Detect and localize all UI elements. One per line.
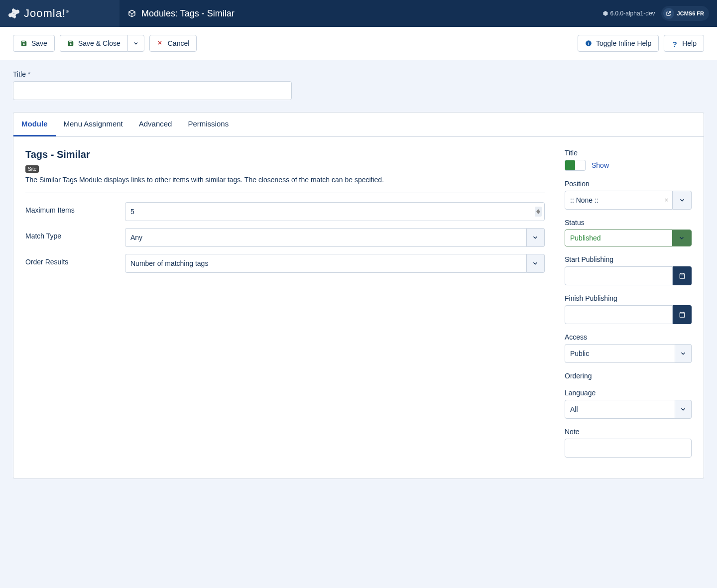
- cancel-button[interactable]: Cancel: [149, 35, 197, 52]
- field-language: Language All: [565, 389, 692, 419]
- chevron-down-icon: [527, 254, 545, 273]
- finish-pub-input[interactable]: [565, 305, 673, 324]
- label-language: Language: [565, 389, 692, 397]
- title-input[interactable]: [13, 81, 292, 100]
- label-position: Position: [565, 180, 692, 188]
- max-items-input[interactable]: [125, 202, 545, 221]
- label-order-results: Order Results: [25, 254, 125, 266]
- chevron-down-icon: [527, 228, 545, 247]
- cancel-icon: [157, 40, 164, 47]
- field-position: Position :: None :: ×: [565, 180, 692, 210]
- side-column: Title Show Position :: None :: ×: [565, 149, 692, 467]
- label-title: Title: [565, 149, 692, 157]
- title-toggle[interactable]: [565, 160, 586, 171]
- topbar: Joomla!® Modules: Tags - Similar 6.0.0-a…: [0, 0, 717, 27]
- tabs-container: Module Menu Assignment Advanced Permissi…: [13, 112, 704, 479]
- field-title-toggle: Title Show: [565, 149, 692, 171]
- module-heading: Tags - Similar: [25, 149, 545, 160]
- tab-menu-assignment[interactable]: Menu Assignment: [56, 113, 131, 136]
- save-close-button[interactable]: Save & Close: [60, 35, 127, 52]
- action-toolbar: Save Save & Close Cancel Toggle Inline H…: [0, 27, 717, 60]
- note-input[interactable]: [565, 439, 692, 458]
- tab-module[interactable]: Module: [13, 113, 56, 136]
- row-match-type: Match Type Any: [25, 228, 545, 247]
- page-title: Modules: Tags - Similar: [141, 8, 235, 19]
- field-note: Note: [565, 428, 692, 458]
- joomla-logo-icon: [8, 7, 20, 19]
- field-access: Access Public: [565, 333, 692, 363]
- info-icon: [585, 40, 592, 47]
- user-menu[interactable]: JCMS6 FR: [661, 6, 709, 21]
- row-max-items: Maximum Items: [25, 202, 545, 221]
- field-finish-publishing: Finish Publishing: [565, 294, 692, 324]
- label-start-pub: Start Publishing: [565, 255, 692, 263]
- tab-permissions[interactable]: Permissions: [180, 113, 237, 136]
- chevron-down-icon: [675, 400, 692, 419]
- cube-icon: [127, 9, 136, 18]
- toggle-inline-help-button[interactable]: Toggle Inline Help: [578, 35, 659, 52]
- save-button[interactable]: Save: [13, 35, 55, 52]
- logo-area[interactable]: Joomla!®: [0, 0, 120, 27]
- save-close-dropdown[interactable]: [127, 35, 144, 52]
- topbar-right: 6.0.0-alpha1-dev JCMS6 FR: [595, 6, 717, 21]
- field-ordering: Ordering: [565, 372, 692, 380]
- tab-advanced[interactable]: Advanced: [131, 113, 180, 136]
- module-description: The Similar Tags Module displays links t…: [25, 176, 545, 184]
- start-pub-input[interactable]: [565, 266, 673, 285]
- help-button[interactable]: ? Help: [664, 35, 704, 52]
- save-icon: [20, 40, 27, 47]
- calendar-icon: [679, 311, 686, 318]
- chevron-down-icon: [672, 230, 691, 246]
- order-results-select[interactable]: Number of matching tags: [125, 254, 545, 273]
- version-badge[interactable]: 6.0.0-alpha1-dev: [602, 10, 655, 17]
- save-icon: [67, 40, 74, 47]
- label-match-type: Match Type: [25, 228, 125, 240]
- language-select[interactable]: All: [565, 400, 692, 419]
- tab-content: Tags - Similar Site The Similar Tags Mod…: [13, 137, 704, 478]
- help-icon: ?: [671, 40, 678, 47]
- label-note: Note: [565, 428, 692, 436]
- save-close-group: Save & Close: [60, 35, 144, 52]
- chevron-down-icon: [673, 191, 692, 210]
- chevron-down-icon: [675, 344, 692, 363]
- tabs: Module Menu Assignment Advanced Permissi…: [13, 113, 704, 137]
- logo-text: Joomla!®: [24, 7, 69, 20]
- field-start-publishing: Start Publishing: [565, 255, 692, 285]
- match-type-select[interactable]: Any: [125, 228, 545, 247]
- status-select[interactable]: Published: [565, 230, 692, 246]
- number-spinner[interactable]: [535, 207, 542, 217]
- row-order-results: Order Results Number of matching tags: [25, 254, 545, 273]
- label-max-items: Maximum Items: [25, 202, 125, 214]
- toggle-text: Show: [592, 161, 609, 169]
- calendar-icon: [679, 272, 686, 279]
- main-column: Tags - Similar Site The Similar Tags Mod…: [25, 149, 545, 467]
- calendar-button[interactable]: [673, 305, 692, 324]
- label-status: Status: [565, 219, 692, 227]
- page-title-bar: Modules: Tags - Similar: [120, 8, 595, 19]
- content-area: Title * Module Menu Assignment Advanced …: [0, 60, 717, 489]
- divider: [25, 193, 545, 193]
- chevron-down-icon: [133, 40, 139, 46]
- position-select[interactable]: :: None :: ×: [565, 191, 692, 210]
- label-ordering: Ordering: [565, 372, 692, 380]
- label-access: Access: [565, 333, 692, 341]
- calendar-button[interactable]: [673, 266, 692, 285]
- label-finish-pub: Finish Publishing: [565, 294, 692, 302]
- external-link-icon: [663, 8, 674, 19]
- access-select[interactable]: Public: [565, 344, 692, 363]
- field-status: Status Published: [565, 219, 692, 246]
- clear-icon[interactable]: ×: [665, 197, 668, 204]
- site-badge: Site: [25, 165, 39, 173]
- title-label: Title *: [13, 70, 704, 78]
